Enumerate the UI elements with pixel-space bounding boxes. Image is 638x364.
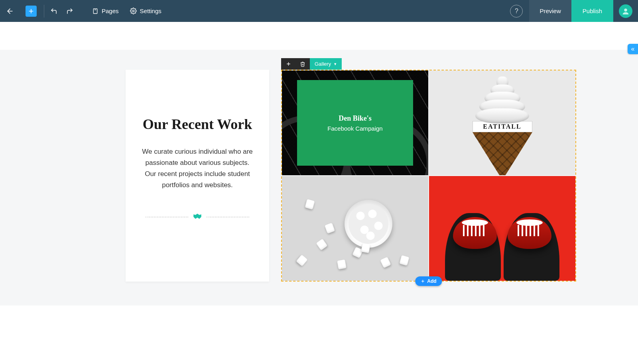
section-heading: Our Recent Work — [142, 114, 253, 136]
element-toolbar: Gallery ▼ — [281, 58, 342, 70]
preview-label: Preview — [540, 8, 561, 14]
decorative-shape — [345, 200, 392, 248]
gear-icon — [130, 8, 137, 14]
help-button[interactable]: ? — [510, 5, 523, 18]
settings-label: Settings — [140, 8, 161, 14]
add-section-button[interactable]: Add — [415, 276, 442, 286]
page-icon — [92, 8, 98, 15]
collapse-panel-button[interactable]: « — [628, 44, 638, 54]
decorative-shape — [429, 176, 575, 281]
back-button[interactable] — [0, 3, 20, 19]
question-icon: ? — [515, 8, 518, 15]
element-delete-button[interactable] — [295, 58, 310, 70]
pages-label: Pages — [102, 8, 119, 14]
decorative-shape: EATITALL — [473, 76, 532, 175]
publish-label: Publish — [583, 8, 602, 14]
svg-rect-3 — [93, 9, 97, 14]
gallery-item[interactable]: EATITALL — [429, 70, 575, 175]
gallery-item-subtitle: Facebook Campaign — [327, 125, 382, 132]
editor-canvas: Our Recent Work We curate curious indivi… — [0, 22, 638, 305]
gallery-item[interactable] — [282, 176, 428, 281]
handshake-icon — [192, 213, 203, 221]
gallery-item-title: Den Bike's — [339, 114, 372, 123]
settings-button[interactable]: Settings — [124, 8, 167, 14]
preview-button[interactable]: Preview — [529, 0, 571, 22]
caret-down-icon: ▼ — [333, 62, 337, 66]
user-icon — [621, 7, 630, 16]
add-element-button[interactable] — [26, 6, 37, 17]
element-type-dropdown[interactable]: Gallery ▼ — [310, 58, 342, 70]
gallery-item-overlay: Den Bike's Facebook Campaign — [297, 80, 413, 166]
chevron-left-icon: « — [631, 45, 635, 53]
gallery-item[interactable]: Den Bike's Facebook Campaign — [282, 70, 428, 175]
svg-point-5 — [132, 10, 134, 12]
redo-icon — [66, 8, 73, 15]
undo-button[interactable] — [46, 3, 62, 19]
text-block[interactable]: Our Recent Work We curate curious indivi… — [126, 70, 269, 282]
plus-icon — [28, 8, 34, 14]
gallery-item[interactable] — [429, 176, 575, 281]
plus-icon — [421, 279, 425, 283]
toolbar-divider — [44, 5, 44, 18]
element-type-label: Gallery — [315, 61, 331, 67]
gallery-element[interactable]: Gallery ▼ Den Bike's Facebook Campaign — [281, 70, 576, 282]
trash-icon — [300, 61, 305, 67]
arrow-left-icon — [6, 7, 14, 15]
undo-icon — [50, 8, 57, 15]
pages-button[interactable]: Pages — [87, 8, 124, 15]
element-add-button[interactable] — [281, 58, 295, 70]
top-toolbar: Pages Settings ? Preview Publish — [0, 0, 638, 22]
gallery-grid: Den Bike's Facebook Campaign EATITALL — [281, 70, 576, 282]
section-body: We curate curious individual who are pas… — [142, 146, 253, 191]
svg-point-6 — [624, 8, 627, 11]
plus-icon — [286, 61, 291, 67]
add-section-label: Add — [427, 278, 436, 284]
redo-button[interactable] — [62, 3, 78, 19]
decorative-divider — [142, 214, 253, 220]
publish-button[interactable]: Publish — [571, 0, 613, 22]
account-avatar[interactable] — [619, 4, 632, 18]
